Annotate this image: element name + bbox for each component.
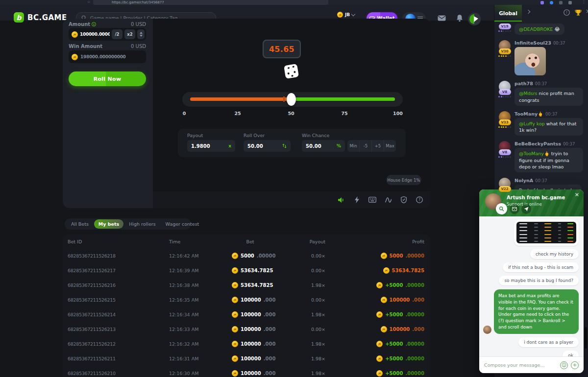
bet-id: 68285367211526213 [68,327,116,332]
table-row[interactable]: 6828536721152621412:16:34 AMJB100000.000… [63,307,430,322]
page-scrollbar-thumb[interactable] [585,327,587,349]
agent-avatar [483,326,491,334]
bet-main: 100000 [241,341,261,347]
bet-payout: 1.98× [298,356,325,361]
min-button[interactable]: Min [347,140,359,152]
chevron-down-icon [351,12,355,16]
amount-stepper[interactable] [137,29,145,39]
chat-tab-global[interactable]: Global [494,5,522,22]
bet-amount-input[interactable]: JB 100000.00000000 /2 x2 [69,28,146,41]
amount-row: Amounti 0 USD [69,22,146,27]
sound-icon[interactable] [337,196,345,204]
support-search-button[interactable] [496,203,507,214]
support-chat-launcher[interactable] [468,13,481,25]
table-row[interactable]: 6828536721152621812:16:42 AMJB5000.00000… [63,249,430,263]
extension-icon[interactable] [568,1,572,4]
vip-badge: V22 [499,186,511,192]
browser-menu-icon[interactable]: ⋮ [582,0,586,4]
url-bar[interactable]: https://bc.game/chat/3456877 [93,0,328,5]
bet-amount: JB53634.7825 [232,267,273,274]
tab-high-rollers[interactable]: High rollers [124,219,160,229]
bcgame-logo-text: BC.GAME [27,13,67,22]
tab-wager-contest[interactable]: Wager contest [161,219,204,229]
max-button[interactable]: Max [384,140,396,152]
tab-my-bets[interactable]: My bets [94,219,123,229]
bet-profit: JB100000.000 [381,326,424,332]
info-icon: i [92,22,96,26]
double-bet-button[interactable]: x2 [124,29,135,39]
chat-timestamp: 00:37 [545,112,558,117]
browser-bar: ☆ https://bc.game/chat/3456877 ⋮ [0,0,588,5]
table-row[interactable]: 6828536721152621212:16:32 AMJB100000.000… [63,337,430,352]
payout-input[interactable]: 1.9800 x [187,140,235,152]
chat-info-icon[interactable]: ! [564,9,570,16]
bet-payout: 0.00× [298,268,325,273]
notifications-bell-icon[interactable] [456,14,463,22]
table-row[interactable]: 6828536721152621612:16:38 AMJB53634.7825… [63,278,430,293]
chat-message: V8path7800:37@Mdsrs nice profit man cong… [498,81,585,106]
bet-amount: JB53634.7825 [232,282,273,288]
extension-icon[interactable] [559,1,563,4]
chat-timestamp: 00:37 [535,178,547,183]
bcgame-logo[interactable]: b BC.GAME [14,12,67,23]
win-amount-row: Win Amount 0 USD [69,44,146,49]
bet-amount: JB100000.000 [232,355,275,362]
vip-badge: V33 [499,119,511,125]
chevron-right-icon[interactable] [526,10,530,14]
bet-profit: JB+5000.00000 [376,311,424,318]
bets-table: Bet ID Time Bet Payout Profit 6828536721… [63,234,430,377]
roll-over-input[interactable]: 50.00 [244,140,291,152]
jb-coin-icon: JB [232,282,238,288]
table-row[interactable]: 6828536721152621012:16:30 AMJB100000.000… [63,366,430,377]
support-email-button[interactable] [510,204,519,214]
fairness-icon[interactable] [400,196,408,204]
tab-all-bets[interactable]: All Bets [67,219,93,229]
win-amount-input[interactable]: JB 198000.000000000 [69,50,146,63]
col-payout: Payout [298,239,325,244]
minus-5-button[interactable]: -5 [359,140,371,152]
plus-5-button[interactable]: +5 [371,140,384,152]
bookmark-icon[interactable]: ☆ [87,0,90,4]
bet-payout: 0.00× [298,297,325,303]
col-time: Time [169,239,180,244]
extension-icon[interactable] [550,1,553,4]
bet-amount: JB100000.000 [232,341,275,347]
roll-now-button[interactable]: Roll Now [69,71,146,86]
chat-message: V33TooMany🖕00:37@Luffy kop what for that… [498,111,585,136]
support-agent-row: Max bet and max profits are visible in t… [483,289,579,334]
table-row[interactable]: 6828536721152621312:16:33 AMJB100000.000… [63,322,430,337]
bet-time: 12:16:31 AM [169,356,198,361]
compose-input[interactable]: Compose your message... [484,362,557,368]
mail-icon[interactable] [438,15,446,21]
turbo-icon[interactable] [353,196,361,204]
half-bet-button[interactable]: /2 [112,29,122,39]
chat-bubble: @Luffy kop what for that 1k win? [514,118,583,136]
payout-value: 1.9800 [191,143,210,149]
chat-username: InfiniteSoul2300:37 [514,40,585,46]
trophy-icon[interactable] [575,9,582,16]
vip-column: V30 [498,40,511,75]
support-icon [468,13,481,25]
bet-profit: JB+5000.00000 [376,370,424,377]
emoji-icon[interactable]: ☺ [560,361,568,369]
attach-plus-icon[interactable]: + [571,361,579,369]
vip-column: V8 [498,81,511,106]
table-row[interactable]: 6828536721152621112:16:31 AMJB100000.000… [63,352,430,366]
trends-icon[interactable] [384,196,392,204]
extension-icon[interactable] [540,1,544,4]
bet-main: 100000 [241,312,261,317]
mail-icon [512,207,517,211]
table-row[interactable]: 6828536721152621712:16:39 AMJB53634.7825… [63,263,430,278]
help-icon[interactable]: ? [416,196,423,204]
table-row[interactable]: 6828536721152621512:16:35 AMJB100000.000… [63,293,430,307]
support-telegram-button[interactable] [521,204,531,214]
hotkeys-icon[interactable] [368,196,376,204]
bet-payout: 1.98× [298,283,325,288]
bet-payout: 1.98× [298,341,325,347]
jb-coin-icon: JB [376,355,383,362]
roll-slider-handle[interactable] [287,93,296,106]
support-user-bubble: so maybe this is a bug I found? [499,276,579,285]
support-close-icon[interactable]: × [575,191,579,198]
chat-close-icon[interactable]: × [586,8,588,15]
win-chance-input[interactable]: 50.00 % [302,140,345,152]
